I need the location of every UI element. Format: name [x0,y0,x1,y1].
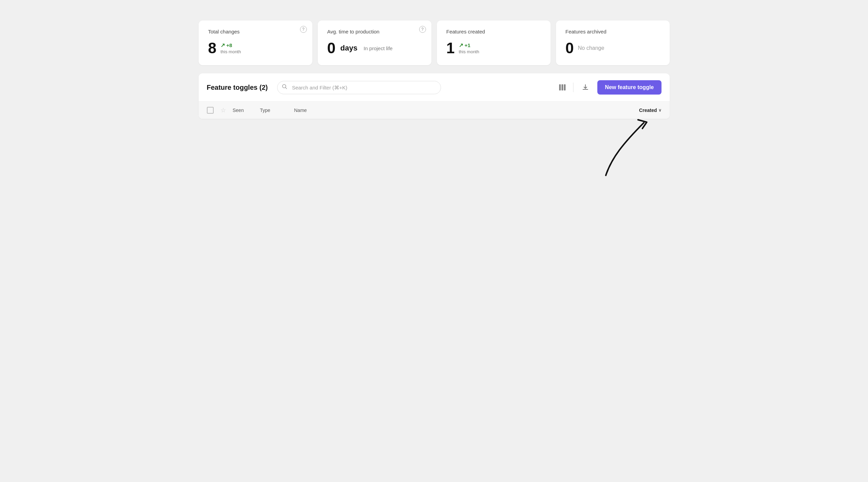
toggles-title: Feature toggles (2) [207,84,268,91]
stat-title-avg-time: Avg. time to production [327,29,422,34]
vertical-divider [573,83,573,92]
stat-value-features-created: 1 [446,41,455,56]
stat-title-total-changes: Total changes [208,29,303,34]
stats-row: ? Total changes 8 ↗ +8 this month ? Avg.… [199,20,670,65]
col-header-type: Type [260,108,287,113]
stat-value-avg-time: 0 [327,41,336,56]
help-icon-total-changes[interactable]: ? [300,26,307,33]
table-header: ☆ Seen Type Name Created ∨ [199,101,670,119]
select-all-checkbox[interactable] [207,107,214,114]
change-badge-features-created: ↗ +1 [459,42,479,48]
stat-card-features-created: Features created 1 ↗ +1 this month [437,20,551,65]
change-badge-total-changes: ↗ +8 [220,42,241,48]
search-icon [282,84,287,91]
col-header-name: Name [294,108,632,113]
stat-card-total-changes: ? Total changes 8 ↗ +8 this month [199,20,312,65]
stat-sublabel-features-archived: No change [578,45,604,51]
trend-up-icon-created: ↗ [459,42,463,48]
stat-unit-avg-time: days [340,44,357,53]
stat-card-features-archived: Features archived 0 No change [556,20,670,65]
change-group-total-changes: ↗ +8 this month [220,42,241,54]
col-header-seen: Seen [233,108,253,113]
change-group-features-created: ↗ +1 this month [459,42,479,54]
svg-line-1 [286,88,287,89]
col-header-created[interactable]: Created ∨ [639,108,661,113]
change-label-total-changes: this month [220,49,241,54]
new-feature-toggle-button[interactable]: New feature toggle [597,80,661,95]
columns-button[interactable] [556,82,569,93]
trend-up-icon: ↗ [220,42,225,48]
stat-value-total-changes: 8 [208,41,216,56]
download-button[interactable] [578,81,593,94]
change-label-features-created: this month [459,49,479,54]
stat-title-features-archived: Features archived [566,29,660,34]
stat-title-features-created: Features created [446,29,541,34]
toggles-section: Feature toggles (2) [199,73,670,119]
search-bar[interactable] [277,81,441,94]
help-icon-avg-time[interactable]: ? [419,26,426,33]
search-input[interactable] [277,81,441,94]
header-actions: New feature toggle [556,80,661,95]
columns-icon [559,84,566,90]
stat-value-features-archived: 0 [566,41,574,56]
favorite-star-icon[interactable]: ☆ [220,107,226,114]
toggles-header: Feature toggles (2) [199,73,670,101]
stat-card-avg-time: ? Avg. time to production 0 days In proj… [318,20,431,65]
sort-arrow-icon: ∨ [658,108,661,113]
stat-sublabel-avg-time: In project life [364,45,393,51]
